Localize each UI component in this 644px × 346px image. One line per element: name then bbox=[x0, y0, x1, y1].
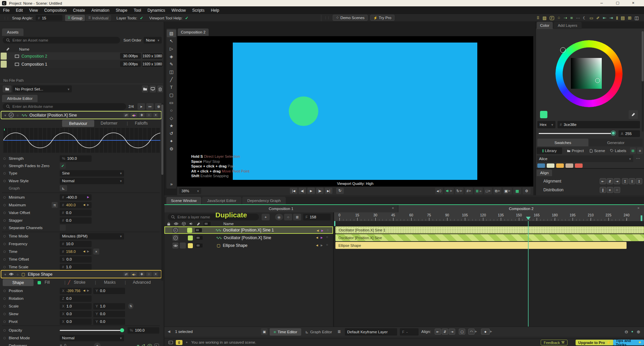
composition-artboard[interactable] bbox=[233, 43, 477, 180]
tab-masks[interactable]: Masks bbox=[104, 280, 116, 285]
scatter-view-button[interactable]: ⁘ bbox=[284, 214, 292, 220]
menu-file[interactable]: File bbox=[3, 8, 9, 13]
zoom-out-icon[interactable]: ⊖ bbox=[625, 329, 628, 334]
camera-toggle-icon[interactable] bbox=[196, 236, 203, 240]
blend-mode-select[interactable]: Normal▾ bbox=[60, 335, 124, 341]
frame-f-icon[interactable]: F bbox=[550, 16, 554, 20]
socket[interactable] bbox=[3, 235, 6, 237]
keyframe-tool-button[interactable]: ◆ bbox=[481, 329, 490, 335]
viewport-tab-composition-2[interactable]: Composition 2 bbox=[178, 28, 209, 36]
individual-toggle[interactable]: ⠿ Individual bbox=[86, 15, 111, 21]
box-3d-icon[interactable]: ▧ bbox=[542, 15, 546, 20]
keyframe-left-icon[interactable]: ◀ bbox=[83, 250, 85, 253]
split-view-icon[interactable]: ◫ bbox=[635, 15, 639, 20]
tab-javascript-editor[interactable]: JavaScript Editor bbox=[202, 197, 241, 204]
keyframe-left-icon[interactable]: ◀ bbox=[316, 244, 318, 247]
selection-overlay-button[interactable]: ▣▶ bbox=[503, 188, 512, 194]
time-field[interactable]: #158.0◀▶ bbox=[60, 249, 92, 255]
demo-scenes-button[interactable]: ⁘ Demo Scenes bbox=[333, 15, 368, 21]
columns-icon[interactable]: ||| bbox=[616, 16, 618, 20]
expand-tools-icon[interactable]: » bbox=[167, 180, 176, 188]
group-toggle[interactable]: ⠿ Group bbox=[65, 15, 85, 21]
attribute-search[interactable]: Enter an Attribute name bbox=[3, 103, 126, 110]
type-select[interactable]: Sine▾ bbox=[60, 170, 124, 177]
palette-swatch[interactable] bbox=[547, 163, 554, 168]
kf-align-left-button[interactable]: ⇤ bbox=[435, 329, 441, 335]
add-layer-button[interactable]: + bbox=[262, 214, 270, 220]
collapse-left-icon[interactable]: ◀ bbox=[168, 330, 170, 333]
align-stack-icon[interactable]: ≡ bbox=[570, 15, 573, 20]
camera-tool-icon[interactable]: ◫ bbox=[167, 68, 176, 76]
add-attribute-button[interactable]: ≔ bbox=[146, 103, 154, 110]
viewport-zoom-select[interactable]: 38%▾ bbox=[179, 188, 201, 194]
add-deformer-button[interactable]: + bbox=[94, 343, 101, 346]
keyframe-left-icon[interactable]: ◀ bbox=[317, 229, 319, 232]
next-frame-button[interactable]: |▶ bbox=[316, 188, 324, 194]
asset-search[interactable]: Enter an Asset name bbox=[3, 37, 120, 44]
menu-scripts[interactable]: Scripts bbox=[192, 8, 205, 13]
color-mode-select[interactable]: Hex▾ bbox=[537, 121, 555, 128]
frequency-field[interactable]: #10.0 bbox=[60, 241, 92, 247]
polygon-tool-icon[interactable]: ◇ bbox=[167, 114, 176, 122]
asset-name[interactable]: Composition 2 bbox=[21, 54, 47, 59]
pi-badge[interactable]: π bbox=[52, 202, 58, 208]
keyframe-nav[interactable]: ◀▶ bbox=[130, 113, 137, 117]
expand-icon[interactable]: ▶ bbox=[490, 330, 492, 333]
open-folder-button[interactable] bbox=[142, 85, 148, 92]
keyframe-right-icon[interactable]: ▶ bbox=[321, 229, 323, 232]
palette-swatch[interactable] bbox=[537, 163, 545, 168]
eyedropper-icon[interactable] bbox=[197, 222, 200, 226]
keyframe-right-icon[interactable]: ▶ bbox=[321, 236, 323, 239]
moon-icon[interactable]: ☾ bbox=[583, 16, 587, 20]
camera-toggle-icon[interactable] bbox=[196, 244, 203, 248]
try-pro-button[interactable]: ⚡ Try Pro bbox=[370, 15, 394, 21]
time-scale-field[interactable]: #1.0 bbox=[60, 264, 92, 270]
timeline-bar-oscillator-1[interactable]: Oscillator [Position.X] Sine 1 bbox=[335, 226, 644, 233]
project-folder-button[interactable] bbox=[3, 85, 11, 92]
tab-assets[interactable]: Assets bbox=[2, 28, 23, 36]
socket[interactable] bbox=[3, 337, 6, 339]
scale-tool-icon[interactable]: ◈ bbox=[167, 53, 176, 60]
align-left-icon[interactable]: ⇤ bbox=[603, 15, 606, 20]
palette-options-button[interactable]: ⋯ bbox=[636, 156, 640, 161]
tab-attribute-editor[interactable]: Attribute Editor bbox=[2, 95, 38, 102]
ellipse-header[interactable]: ▾ ○ ▢ Ellipse Shape ⇄ ◀▶ ✚ ⁘ × bbox=[1, 270, 162, 278]
swatch-grid-view-button[interactable]: ⊞ bbox=[630, 147, 636, 154]
direct-select-tool-icon[interactable]: ▷ bbox=[167, 45, 176, 53]
kf-box-button[interactable]: ▢ bbox=[459, 329, 465, 335]
rows-icon[interactable]: ▤ bbox=[621, 15, 625, 20]
collapse-icon[interactable]: ▾ bbox=[4, 113, 6, 117]
menu-edit[interactable]: Edit bbox=[16, 8, 23, 13]
pin-icon[interactable]: ✚ bbox=[139, 272, 144, 276]
layer-row-oscillator[interactable]: ✓ ∿∿ Oscillator [Position.X] Sine ◀ ▶ ○ bbox=[164, 234, 333, 241]
align-bottom-button[interactable]: ↧ bbox=[636, 178, 642, 184]
time-editor-button[interactable]: ≡Time Editor bbox=[270, 328, 301, 336]
menu-composition[interactable]: Composition bbox=[44, 8, 67, 13]
menu-create[interactable]: Create bbox=[73, 8, 85, 13]
layer-name[interactable]: Oscillator [Position.X] Sine bbox=[224, 235, 271, 240]
annotate-icon[interactable]: ✐ bbox=[596, 16, 600, 20]
marquee-tool-icon[interactable]: ▧ bbox=[167, 29, 176, 37]
fades-checkbox[interactable]: ✓ bbox=[60, 163, 66, 169]
menu-animation[interactable]: Animation bbox=[92, 8, 109, 13]
layer-name[interactable]: Oscillator [Position.X] Sine 1 bbox=[223, 228, 274, 232]
rotation-z-field[interactable]: Z0.0 bbox=[60, 295, 92, 302]
solo-circle-icon[interactable]: ○ bbox=[327, 228, 329, 232]
socket[interactable] bbox=[3, 165, 6, 167]
comp-tab-2[interactable]: Composition 2 × bbox=[398, 205, 644, 212]
solo-circle-icon[interactable]: ○ bbox=[16, 272, 18, 276]
enabled-check-icon[interactable]: ✓ bbox=[9, 113, 14, 118]
timeline-ruler[interactable]: 015 3045 6075 90105 120135 150165 180195… bbox=[334, 212, 644, 221]
socket[interactable] bbox=[3, 251, 6, 253]
loop-button[interactable]: ↻ bbox=[336, 188, 344, 194]
star-tool-icon[interactable]: ★ bbox=[167, 122, 176, 130]
eye-icon[interactable] bbox=[173, 244, 178, 247]
tab-behaviour[interactable]: Behaviour bbox=[62, 120, 94, 127]
tab-stroke[interactable]: Stroke bbox=[74, 280, 86, 285]
socket[interactable] bbox=[3, 290, 6, 292]
asset-row[interactable]: Composition 2 30.00fps 1920 x 1080 bbox=[0, 52, 163, 60]
socket[interactable] bbox=[3, 243, 6, 245]
opacity-field[interactable]: %100.0 bbox=[127, 327, 159, 334]
grid-dots-icon[interactable]: ⠿ bbox=[537, 16, 540, 20]
wave-style-select[interactable]: Normal▾ bbox=[60, 178, 124, 184]
